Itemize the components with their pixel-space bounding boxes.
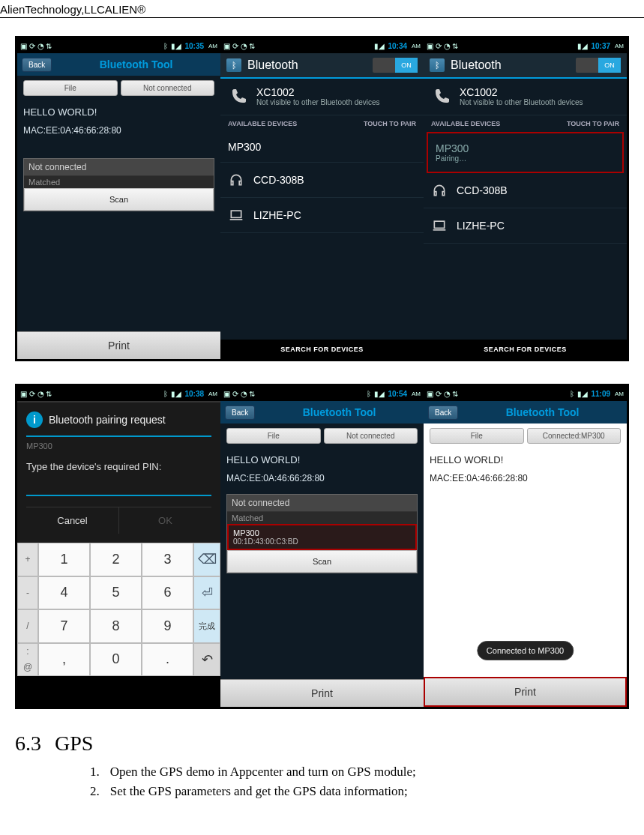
- key-9[interactable]: 9: [142, 609, 193, 643]
- key-dot[interactable]: .: [142, 643, 193, 677]
- backspace-key[interactable]: ⌫: [193, 543, 220, 576]
- bluetooth-toggle[interactable]: ON: [373, 58, 418, 73]
- app-header: Back Bluetooth Tool: [17, 53, 220, 76]
- key-7[interactable]: 7: [38, 609, 90, 643]
- screenshot-bt-settings-1: ▣ ⟳ ◔ ⇅ ▮◢10:34AM ᛒ Bluetooth ON XC1002N…: [220, 38, 424, 359]
- bluetooth-toggle[interactable]: ON: [576, 58, 621, 73]
- key-5[interactable]: 5: [90, 576, 142, 610]
- screenshot-bluetooth-tool-matched: ▣ ⟳ ◔ ⇅ ᛒ▮◢10:54AM Back Bluetooth Tool F…: [220, 386, 424, 707]
- my-device-row[interactable]: XC1002Not visible to other Bluetooth dev…: [424, 79, 627, 115]
- settings-title: Bluetooth: [451, 58, 570, 72]
- device-mp300[interactable]: MP300: [220, 132, 424, 163]
- back-button[interactable]: Back: [225, 406, 255, 420]
- signal-icon: ▮◢: [577, 390, 588, 398]
- clock: 10:38: [184, 390, 204, 398]
- key-6[interactable]: 6: [142, 576, 193, 610]
- return-key[interactable]: ↶: [193, 643, 220, 677]
- print-button[interactable]: Print: [220, 679, 424, 707]
- status-bar: ▣ ⟳ ◔ ⇅ ▮◢10:37AM: [424, 38, 627, 53]
- key-4[interactable]: 4: [38, 576, 90, 610]
- headphones-icon: [228, 172, 244, 188]
- signal-icon: ▮◢: [171, 42, 181, 50]
- notif-icon: ▣ ⟳ ◔ ⇅: [223, 42, 255, 50]
- scan-button[interactable]: Scan: [24, 188, 214, 211]
- popup-matched-label: Matched: [24, 176, 214, 188]
- key-3[interactable]: 3: [142, 543, 193, 576]
- app-title: Bluetooth Tool: [259, 406, 419, 418]
- device-ccd308b[interactable]: CCD-308B: [220, 163, 424, 198]
- dialog-title: iBluetooth pairing request: [26, 412, 211, 437]
- key-0[interactable]: 0: [90, 643, 142, 677]
- signal-icon: ▮◢: [374, 42, 385, 50]
- laptop-icon: [431, 217, 448, 234]
- screenshot-bluetooth-tool-connected: ▣ ⟳ ◔ ⇅ ᛒ▮◢11:09AM Back Bluetooth Tool F…: [424, 386, 627, 707]
- search-devices-button[interactable]: SEARCH FOR DEVICES: [220, 340, 424, 359]
- back-button[interactable]: Back: [428, 406, 458, 420]
- key-at[interactable]: @: [23, 662, 32, 672]
- phone-icon: [228, 86, 249, 107]
- content-area: HELLO WORLD! MAC:EE:0A:46:66:28:80 Not c…: [17, 100, 220, 310]
- device-popup: Not connected Matched Scan: [23, 158, 214, 211]
- mac-text: MAC:EE:0A:46:66:28:80: [23, 125, 214, 136]
- file-button[interactable]: File: [23, 80, 118, 96]
- device-lizhepc[interactable]: LIZHE-PC: [220, 198, 424, 233]
- dialog-body: Type the device's required PIN:: [26, 450, 211, 507]
- screenshot-row-1: ▣ ⟳ ◔ ⇅ ᛒ▮◢10:35AM Back Bluetooth Tool F…: [15, 36, 629, 361]
- key-1[interactable]: 1: [38, 543, 90, 576]
- screenshot-row-2: ▣ ⟳ ◔ ⇅ ᛒ▮◢10:38AM iBluetooth pairing re…: [15, 384, 629, 709]
- file-button[interactable]: File: [226, 428, 321, 444]
- list-item: 1.Open the GPS demo in Appcenter and tur…: [90, 765, 629, 780]
- content-area: HELLO WORLD! MAC:EE:0A:46:66:28:80: [424, 448, 627, 658]
- scan-button[interactable]: Scan: [227, 550, 417, 573]
- popup-status: Not connected: [24, 159, 214, 176]
- content-area: HELLO WORLD! MAC:EE:0A:46:66:28:80 Not c…: [220, 448, 424, 658]
- connection-button[interactable]: Connected:MP300: [527, 428, 622, 444]
- key-8[interactable]: 8: [90, 609, 142, 643]
- connection-button[interactable]: Not connected: [121, 80, 215, 96]
- done-key[interactable]: 完成: [193, 609, 220, 643]
- laptop-icon: [228, 207, 244, 223]
- section-list: 1.Open the GPS demo in Appcenter and tur…: [90, 765, 629, 799]
- key-comma[interactable]: ,: [38, 643, 90, 677]
- matched-device[interactable]: MP300 00:1D:43:00:C3:BD: [227, 524, 417, 550]
- numeric-keypad: +123⌫ -456⏎ /789完成 :@,0.↶: [17, 543, 220, 676]
- device-name: XC1002: [256, 86, 380, 98]
- app-title: Bluetooth Tool: [463, 406, 622, 418]
- hello-text: HELLO WORLD!: [23, 106, 214, 118]
- cancel-button[interactable]: Cancel: [26, 507, 119, 534]
- device-visibility: Not visible to other Bluetooth devices: [460, 98, 583, 107]
- back-button[interactable]: Back: [22, 58, 52, 72]
- key-minus[interactable]: -: [17, 576, 38, 610]
- bt-icon: ᛒ: [163, 390, 168, 398]
- key-slash[interactable]: /: [17, 609, 38, 643]
- key-colon[interactable]: :: [26, 646, 28, 657]
- device-ccd308b[interactable]: CCD-308B: [424, 173, 627, 208]
- print-button[interactable]: Print: [17, 331, 220, 359]
- key-plus[interactable]: +: [17, 543, 38, 576]
- key-2[interactable]: 2: [90, 543, 142, 576]
- bluetooth-icon: ᛒ: [226, 58, 241, 72]
- clock: 10:37: [591, 42, 610, 50]
- notif-icon: ▣ ⟳ ◔ ⇅: [223, 390, 255, 398]
- status-bar: ▣ ⟳ ◔ ⇅ ᛒ▮◢10:35AM: [17, 38, 220, 53]
- device-mp300-pairing[interactable]: MP300Pairing…: [427, 132, 624, 173]
- file-button[interactable]: File: [430, 428, 524, 444]
- settings-header: ᛒ Bluetooth ON: [424, 53, 627, 79]
- toolbar: File Not connected: [17, 76, 220, 100]
- status-bar: ▣ ⟳ ◔ ⇅ ᛒ▮◢11:09AM: [424, 386, 627, 401]
- pin-input[interactable]: [26, 478, 211, 496]
- ok-button[interactable]: OK: [119, 507, 211, 534]
- settings-header: ᛒ Bluetooth ON: [220, 53, 424, 79]
- print-button[interactable]: Print: [424, 677, 627, 707]
- my-device-row[interactable]: XC1002Not visible to other Bluetooth dev…: [220, 79, 424, 115]
- device-name: XC1002: [460, 86, 583, 98]
- enter-key[interactable]: ⏎: [193, 576, 220, 610]
- search-devices-button[interactable]: SEARCH FOR DEVICES: [424, 340, 627, 359]
- pairing-dialog: iBluetooth pairing request MP300 Type th…: [17, 401, 220, 543]
- matched-device-mac: 00:1D:43:00:C3:BD: [233, 537, 411, 546]
- status-bar: ▣ ⟳ ◔ ⇅ ▮◢10:34AM: [220, 38, 424, 53]
- device-lizhepc[interactable]: LIZHE-PC: [424, 208, 627, 244]
- svg-rect-0: [231, 211, 241, 217]
- device-visibility: Not visible to other Bluetooth devices: [256, 98, 380, 107]
- connection-button[interactable]: Not connected: [324, 428, 418, 444]
